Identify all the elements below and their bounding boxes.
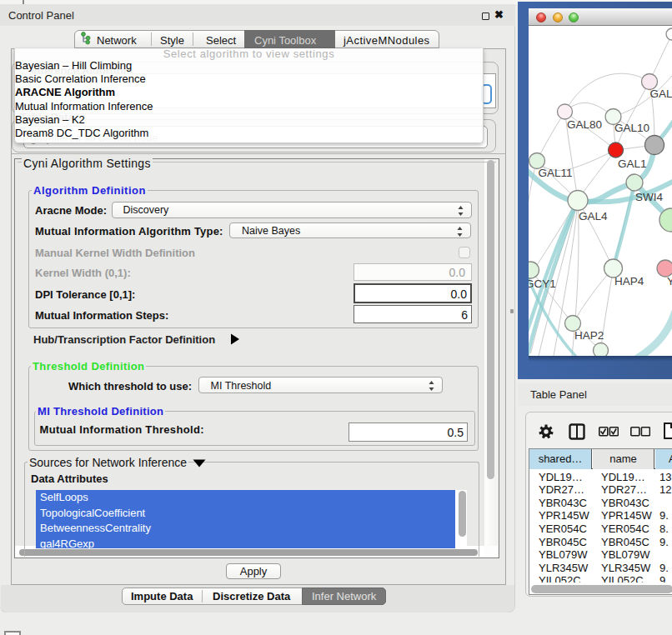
svg-text:GAL: GAL bbox=[650, 88, 672, 100]
svg-text:GAL10: GAL10 bbox=[614, 122, 649, 134]
svg-text:GAL4: GAL4 bbox=[579, 210, 608, 222]
svg-text:GAL1: GAL1 bbox=[618, 158, 647, 170]
svg-text:GAL80: GAL80 bbox=[567, 118, 602, 131]
svg-text:HAP2: HAP2 bbox=[574, 329, 604, 342]
svg-text:GAL11: GAL11 bbox=[539, 167, 573, 179]
svg-text:SWI4: SWI4 bbox=[635, 191, 663, 203]
svg-text:HAP4: HAP4 bbox=[614, 275, 644, 288]
svg-text:GCY1: GCY1 bbox=[529, 278, 556, 290]
svg-text:Y: Y bbox=[667, 275, 672, 288]
